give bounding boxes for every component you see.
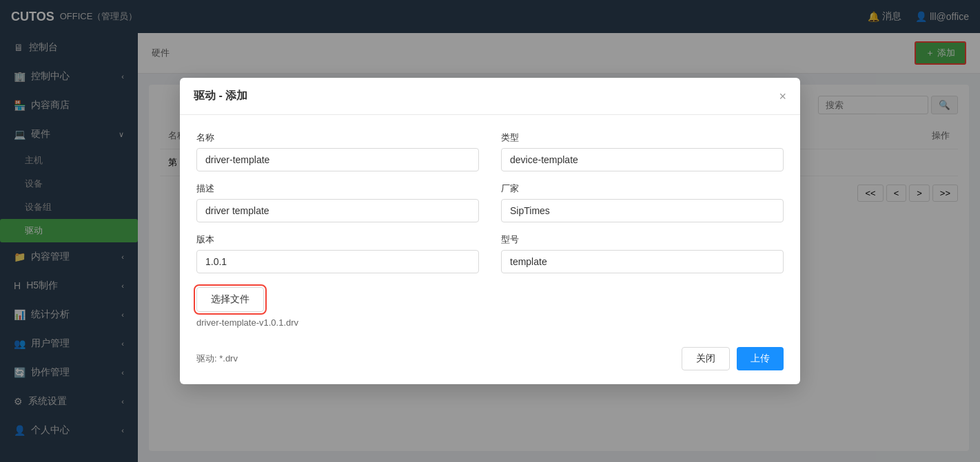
- modal-body: 名称 类型 描述 厂家: [180, 115, 800, 339]
- file-hint: 驱动: *.drv: [196, 353, 238, 365]
- modal-overlay: 驱动 - 添加 × 名称 类型 描述: [0, 0, 980, 462]
- version-input[interactable]: [196, 250, 479, 273]
- form-grid: 名称 类型 描述 厂家: [196, 132, 784, 273]
- modal-footer: 驱动: *.drv 关闭 上传: [180, 339, 800, 384]
- vendor-input[interactable]: [501, 199, 784, 222]
- choose-file-button[interactable]: 选择文件: [196, 287, 264, 312]
- form-group-name: 名称: [196, 132, 479, 171]
- type-label: 类型: [501, 132, 784, 144]
- form-group-desc: 描述: [196, 182, 479, 222]
- modal-header: 驱动 - 添加 ×: [180, 78, 800, 115]
- cancel-button[interactable]: 关闭: [682, 347, 730, 370]
- name-label: 名称: [196, 132, 479, 144]
- version-label: 版本: [196, 233, 479, 246]
- form-group-vendor: 厂家: [501, 182, 784, 222]
- vendor-label: 厂家: [501, 182, 784, 195]
- modal-title: 驱动 - 添加: [194, 89, 247, 103]
- desc-input[interactable]: [196, 199, 479, 222]
- add-driver-modal: 驱动 - 添加 × 名称 类型 描述: [180, 78, 800, 384]
- form-group-version: 版本: [196, 233, 479, 273]
- form-group-model: 型号: [501, 233, 784, 273]
- close-icon[interactable]: ×: [779, 90, 786, 103]
- footer-buttons: 关闭 上传: [682, 347, 784, 370]
- file-section: 选择文件 driver-template-v1.0.1.drv: [196, 287, 784, 328]
- selected-file-name: driver-template-v1.0.1.drv: [196, 317, 784, 328]
- name-input[interactable]: [196, 148, 479, 171]
- upload-button[interactable]: 上传: [737, 347, 784, 370]
- desc-label: 描述: [196, 182, 479, 195]
- type-input[interactable]: [501, 148, 784, 171]
- form-group-type: 类型: [501, 132, 784, 171]
- model-input[interactable]: [501, 250, 784, 273]
- model-label: 型号: [501, 233, 784, 246]
